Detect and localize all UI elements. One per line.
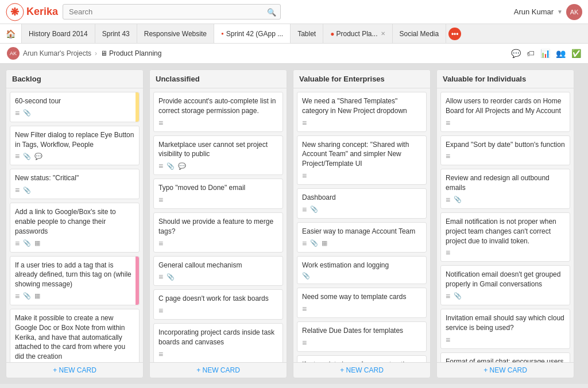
user-avatar-initials: AK bbox=[570, 9, 579, 15]
column-valuable-individuals: Valuable for IndividualsAllow users to r… bbox=[436, 69, 574, 378]
column-header-backlog: Backlog bbox=[6, 70, 143, 88]
logo-area: ❋ Kerika bbox=[6, 3, 58, 21]
card-icons-row: ≡📎▦ bbox=[15, 292, 134, 301]
card[interactable]: Marketplace user cannot set project visi… bbox=[153, 135, 283, 176]
card[interactable]: General callout mechanism≡📎 bbox=[153, 256, 283, 286]
tab-home[interactable]: 🏠 bbox=[0, 24, 22, 43]
card[interactable]: Relative Due Dates for templates≡ bbox=[297, 321, 427, 352]
card[interactable]: Review and redesign all outbound emails≡… bbox=[440, 169, 570, 209]
card[interactable]: New sharing concept: "Shared with Accoun… bbox=[297, 135, 427, 185]
card-icons-row: ≡📎 bbox=[446, 292, 565, 301]
card[interactable]: Provide account's auto-complete list in … bbox=[153, 92, 283, 132]
user-dropdown-icon[interactable]: ▼ bbox=[557, 9, 563, 15]
tabs-bar: 🏠 History Board 2014 Sprint 43 Responsiv… bbox=[0, 24, 588, 44]
tab-responsive[interactable]: Responsive Website bbox=[137, 24, 214, 43]
tab-product[interactable]: ● Product Pla... ✕ bbox=[323, 24, 392, 43]
search-input[interactable] bbox=[63, 4, 281, 20]
card-icons-row: ≡📎 bbox=[446, 195, 565, 204]
chat-icon[interactable]: 💬 bbox=[511, 49, 521, 58]
tab-social[interactable]: Social Media bbox=[393, 24, 447, 43]
column-footer-valuable-individuals: + NEW CARD bbox=[437, 362, 574, 378]
card[interactable]: 60-second tour≡📎 bbox=[10, 92, 140, 122]
card-title: Email notification is not proper when pr… bbox=[446, 217, 565, 246]
card-icons-row: ≡ bbox=[302, 338, 421, 347]
card-title: General callout mechanism bbox=[158, 261, 278, 270]
card[interactable]: Should we provide a feature to merge tag… bbox=[153, 212, 283, 253]
card[interactable]: Allow users to reorder cards on Home Boa… bbox=[440, 92, 570, 132]
tab-sprint43[interactable]: Sprint 43 bbox=[95, 24, 137, 43]
new-card-button-valuable-individuals[interactable]: + NEW CARD bbox=[483, 366, 527, 374]
card[interactable]: Email notification is not proper when pr… bbox=[440, 212, 570, 262]
card-title: 60-second tour bbox=[15, 96, 134, 106]
tab-product-label: Product Pla... bbox=[336, 30, 377, 38]
checkmark-icon[interactable]: ✅ bbox=[571, 49, 581, 58]
card-icons-row: ≡ bbox=[446, 118, 565, 127]
user-avatar[interactable]: AK bbox=[566, 4, 582, 20]
card[interactable]: Work estimation and logging📎 bbox=[297, 256, 427, 285]
card[interactable]: Notification email doesn't get grouped p… bbox=[440, 265, 570, 305]
column-header-unclassified: Unclassified bbox=[150, 70, 287, 88]
tab-tablet[interactable]: Tablet bbox=[291, 24, 323, 43]
chart-icon[interactable]: 📊 bbox=[540, 49, 550, 58]
card[interactable]: Make it possible to create a new Google … bbox=[10, 309, 140, 362]
kerika-logo-icon: ❋ bbox=[6, 3, 24, 21]
card-title: Add a link to Google/Box's site to enabl… bbox=[15, 207, 134, 236]
card[interactable]: If a user tries to add a tag that is alr… bbox=[10, 256, 140, 305]
breadcrumb-page-icon: 🖥 bbox=[100, 49, 107, 57]
card[interactable]: Need some way to template cards≡ bbox=[297, 288, 427, 318]
chart-icon: ▦ bbox=[34, 292, 40, 300]
card[interactable]: Add a link to Google/Box's site to enabl… bbox=[10, 203, 140, 252]
card[interactable]: Typo "moved to Done" email≡ bbox=[153, 179, 283, 209]
new-card-button-unclassified[interactable]: + NEW CARD bbox=[196, 366, 240, 374]
card[interactable]: Invitation email should say which cloud … bbox=[440, 309, 570, 349]
list-icon: ≡ bbox=[15, 239, 20, 248]
tab-sprint42[interactable]: ● Sprint 42 (GApp ... bbox=[214, 24, 291, 43]
list-icon: ≡ bbox=[158, 350, 163, 359]
user-name-label: Arun Kumar bbox=[514, 7, 554, 16]
card-title: Work estimation and logging bbox=[302, 261, 421, 270]
card[interactable]: New Filter dialog to replace Eye Button … bbox=[10, 126, 140, 166]
column-header-valuable-enterprises: Valuable for Enterprises bbox=[293, 70, 430, 88]
card-icons-row: ≡ bbox=[158, 239, 278, 248]
breadcrumb-user[interactable]: Arun Kumar's Projects bbox=[23, 49, 91, 57]
list-icon: ≡ bbox=[15, 185, 20, 195]
breadcrumb-separator: › bbox=[95, 49, 97, 57]
new-card-button-valuable-enterprises[interactable]: + NEW CARD bbox=[340, 366, 384, 374]
card-icons-row: ≡📎 bbox=[302, 205, 421, 214]
tab-history-board[interactable]: History Board 2014 bbox=[22, 24, 95, 43]
card[interactable]: If a template has references to other Ke… bbox=[297, 355, 427, 362]
tab-more-button[interactable]: ••• bbox=[448, 28, 461, 40]
card-icons-row: ≡📎💬 bbox=[15, 152, 134, 161]
card[interactable]: We need a "Shared Templates" category in… bbox=[297, 92, 427, 132]
card-icons-row: ≡ bbox=[158, 306, 278, 315]
card[interactable]: Incorporating project cards inside task … bbox=[153, 323, 283, 362]
paperclip-icon: 📎 bbox=[310, 239, 318, 247]
card-icons-row: ≡ bbox=[158, 350, 278, 359]
card-title: We need a "Shared Templates" category in… bbox=[302, 96, 421, 116]
card-title: Relative Due Dates for templates bbox=[302, 326, 421, 336]
card[interactable]: Easier way to manage Account Team≡📎▦ bbox=[297, 222, 427, 253]
card[interactable]: Expand "Sort by date" button's function≡ bbox=[440, 135, 570, 166]
column-footer-valuable-enterprises: + NEW CARD bbox=[293, 362, 430, 378]
tab-sprint42-label: Sprint 42 (GApp ... bbox=[226, 30, 283, 38]
card-title: If a template has references to other Ke… bbox=[302, 360, 421, 362]
card[interactable]: Format of email chat: encourage users to… bbox=[440, 352, 570, 362]
paperclip-icon: 📎 bbox=[23, 187, 31, 194]
column-backlog: Backlog60-second tour≡📎New Filter dialog… bbox=[6, 69, 144, 378]
list-icon: ≡ bbox=[15, 152, 20, 161]
card-icons-row: ≡ bbox=[302, 118, 421, 127]
tab-social-label: Social Media bbox=[400, 30, 439, 38]
card[interactable]: C page doesn't work for task boards≡ bbox=[153, 289, 283, 320]
tab-product-close[interactable]: ✕ bbox=[381, 30, 385, 37]
chart-icon: ▦ bbox=[34, 239, 40, 247]
list-icon: ≡ bbox=[158, 272, 163, 281]
new-card-button-backlog[interactable]: + NEW CARD bbox=[53, 366, 96, 374]
card-title: Allow users to reorder cards on Home Boa… bbox=[446, 96, 565, 116]
paperclip-icon: 📎 bbox=[167, 273, 175, 281]
card[interactable]: Dashboard≡📎 bbox=[297, 188, 427, 219]
card[interactable]: New status: "Critical"≡📎 bbox=[10, 169, 140, 199]
tag-icon[interactable]: 🏷 bbox=[527, 49, 535, 58]
card-title: Marketplace user cannot set project visi… bbox=[158, 140, 278, 160]
paperclip-icon: 📎 bbox=[23, 292, 31, 300]
team-icon[interactable]: 👥 bbox=[556, 49, 566, 58]
